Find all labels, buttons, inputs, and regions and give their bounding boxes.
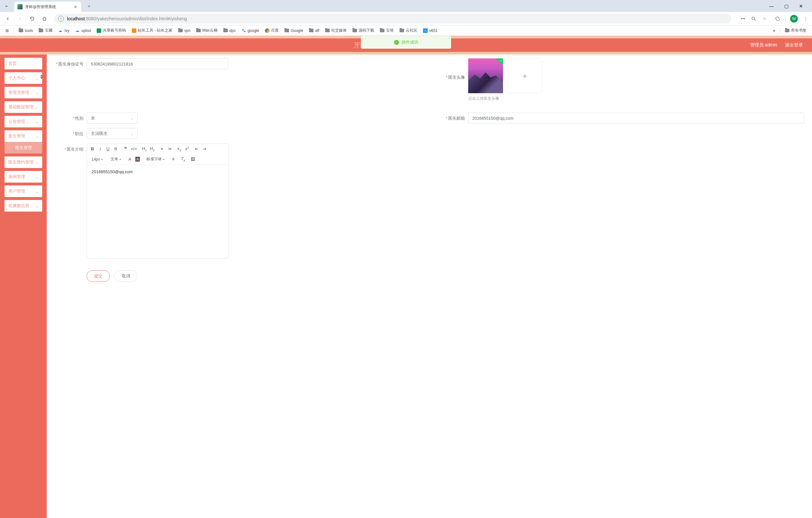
sheets-icon: [97, 28, 101, 33]
sidebar-item[interactable]: 轮播图信息: [4, 200, 42, 212]
apps-button[interactable]: ⊞: [3, 27, 11, 34]
reload-button[interactable]: [28, 14, 37, 23]
close-window-button[interactable]: ✕: [796, 2, 806, 11]
bookmark-label: 共享账号密码: [103, 28, 126, 33]
bookmark-item[interactable]: 宝藏: [36, 26, 55, 34]
svg-point-0: [752, 17, 755, 19]
bookmark-item[interactable]: 云社区: [397, 26, 419, 34]
cloud-icon: ☁: [76, 28, 80, 33]
url-port: :8080: [85, 16, 96, 21]
tab-close-button[interactable]: ✕: [73, 4, 78, 9]
address-bar-icons: ⊶ ☆ W ⋮: [740, 15, 809, 23]
image-button[interactable]: 🖼: [191, 157, 195, 162]
browser-tab[interactable]: 牙科诊所管理系统 ✕: [14, 2, 81, 12]
avatar-thumbnail[interactable]: [468, 58, 503, 93]
superscript-button[interactable]: x2: [185, 146, 190, 151]
add-avatar-button[interactable]: ＋: [508, 58, 542, 93]
bookmark-bar: ⊞ tools宝藏☁txy☁uplod共享账号密码站长工具 - 站长之家vpnM…: [0, 26, 812, 36]
site-info-icon[interactable]: i: [58, 16, 64, 22]
blocktype-select[interactable]: 文本▾: [109, 156, 122, 163]
cloud-icon: ☁: [58, 28, 63, 33]
bg-color-button[interactable]: A: [135, 157, 140, 162]
bookmark-item[interactable]: Av651: [421, 27, 440, 34]
forward-button[interactable]: [16, 14, 25, 23]
bookmark-item[interactable]: Max云梯: [194, 26, 220, 34]
zoom-icon[interactable]: [750, 16, 757, 22]
sidebar-item[interactable]: 用户管理: [4, 186, 42, 197]
url-input[interactable]: i localhost:8080/yakezhensuo/admin/dist/…: [54, 14, 731, 24]
doctor-email-input[interactable]: [468, 113, 805, 124]
text-color-button[interactable]: A: [127, 157, 132, 162]
back-button[interactable]: [3, 14, 12, 23]
home-button[interactable]: [40, 14, 49, 23]
form-row-email: *医生邮箱: [436, 113, 805, 124]
align-button[interactable]: ≡: [171, 157, 176, 162]
folder-icon: [325, 29, 330, 32]
indent-right-button[interactable]: ⇥: [202, 146, 207, 151]
sidebar-item[interactable]: 医生管理: [4, 130, 42, 142]
sidebar-item[interactable]: 首页: [4, 58, 42, 69]
bookmark-item[interactable]: vpn: [176, 27, 193, 34]
tab-bar: 牙科诊所管理系统 ✕ ＋ ― ▢ ✕: [0, 0, 812, 12]
strike-button[interactable]: S: [113, 146, 118, 151]
sidebar-item[interactable]: 个人中心: [4, 72, 42, 84]
bookmark-item[interactable]: aff: [307, 27, 322, 34]
sidebar-item[interactable]: 公告管理: [4, 116, 42, 128]
sidebar-item[interactable]: 基础数据管理: [4, 101, 42, 113]
profile-avatar[interactable]: W: [790, 15, 798, 23]
cancel-button[interactable]: 取消: [114, 270, 138, 282]
bookmark-item[interactable]: 站长工具 - 站长之家: [129, 26, 175, 34]
sidebar-item[interactable]: 病例管理: [4, 171, 42, 183]
blockquote-button[interactable]: ❝: [123, 146, 127, 152]
code-button[interactable]: </>: [131, 146, 137, 151]
new-tab-button[interactable]: ＋: [84, 2, 93, 11]
separator: [13, 28, 14, 33]
h2-button[interactable]: H2: [150, 146, 154, 152]
avatar-hint-text: 点击上传医生头像: [468, 96, 805, 101]
subscript-button[interactable]: x2: [177, 146, 182, 152]
menu-button[interactable]: ⋮: [802, 16, 809, 22]
bookmark-item[interactable]: 🐾google: [239, 27, 261, 34]
position-select[interactable]: 主治医生: [87, 128, 138, 139]
submit-button[interactable]: 提交: [87, 270, 110, 282]
minimize-button[interactable]: ―: [767, 2, 776, 11]
password-key-icon[interactable]: ⊶: [740, 16, 746, 22]
h1-button[interactable]: H1: [142, 146, 147, 152]
maximize-button[interactable]: ▢: [782, 2, 791, 11]
bookmark-item[interactable]: Google: [282, 27, 306, 34]
doctor-id-input[interactable]: [87, 58, 228, 69]
bookmark-star-icon[interactable]: ☆: [761, 16, 768, 22]
sidebar-item[interactable]: 管理员管理: [4, 87, 42, 99]
editor-toolbar: B I U S ❝ </> H1: [87, 144, 228, 165]
bookmark-label: Google: [291, 28, 303, 33]
bookmark-overflow[interactable]: »: [771, 27, 777, 34]
bookmark-label: 宝塔: [386, 28, 394, 33]
fontfamily-select[interactable]: 标准字体▾: [145, 156, 166, 163]
bookmark-label: tools: [25, 28, 33, 33]
bookmark-item[interactable]: ☁txy: [56, 27, 71, 34]
logout-button[interactable]: 退出登录: [785, 42, 803, 48]
fontsize-select[interactable]: 14px▾: [90, 157, 104, 162]
ordered-list-button[interactable]: ≡: [160, 146, 164, 151]
extensions-icon[interactable]: [774, 16, 781, 22]
sidebar-item[interactable]: 医生预约管理: [4, 157, 42, 168]
bookmark-item[interactable]: tools: [17, 27, 35, 34]
bold-button[interactable]: B: [90, 146, 95, 151]
bookmark-item[interactable]: 源码下载: [350, 26, 376, 34]
bookmark-item[interactable]: 宝塔: [378, 26, 396, 34]
all-bookmarks-button[interactable]: 所有书签: [783, 26, 809, 34]
bookmark-item[interactable]: ☁uplod: [73, 27, 93, 34]
bookmark-item[interactable]: 社交媒体: [323, 26, 349, 34]
bookmark-item[interactable]: 共享账号密码: [94, 26, 128, 34]
tab-search-dropdown[interactable]: [3, 2, 10, 10]
indent-left-button[interactable]: ⇤: [195, 146, 199, 151]
bookmark-item[interactable]: dps: [221, 27, 238, 34]
gender-select[interactable]: 女: [87, 113, 138, 124]
unordered-list-button[interactable]: ⁝≡: [168, 146, 172, 151]
underline-button[interactable]: U: [106, 146, 110, 151]
italic-button[interactable]: I: [98, 146, 103, 152]
editor-textarea[interactable]: 2016855150@qq.com ⇕: [87, 165, 228, 258]
bookmark-item[interactable]: 百度: [263, 26, 281, 34]
clear-format-button[interactable]: Tx: [181, 157, 185, 162]
sidebar-subitem[interactable]: 医生管理: [4, 142, 42, 154]
